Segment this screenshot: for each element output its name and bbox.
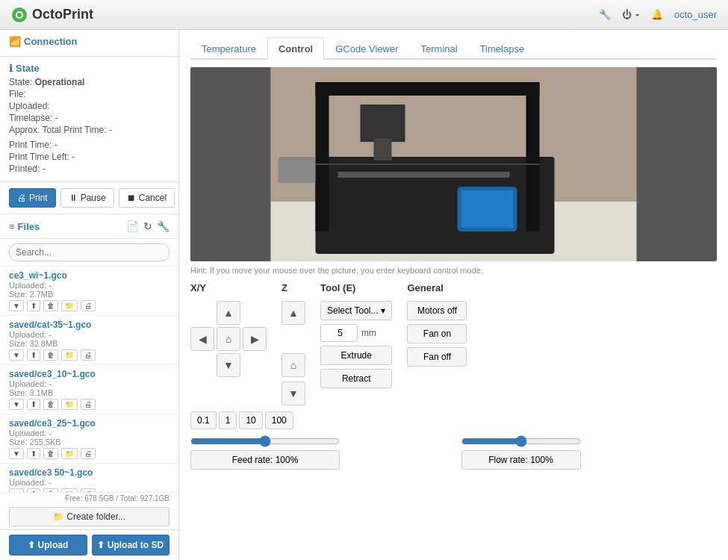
pause-icon: ⏸ — [69, 193, 78, 203]
power-icon[interactable]: ⏻ ▾ — [622, 9, 640, 20]
uploaded-label: Uploaded: — [9, 101, 50, 111]
general-section: Motors off Fan on Fan off — [407, 301, 467, 367]
refresh-icon[interactable]: ↻ — [143, 220, 152, 232]
user-menu[interactable]: octo_user — [674, 9, 717, 20]
file-select-btn[interactable]: ⬆ — [27, 349, 40, 361]
tool-group: Tool (E) Select Tool... ▾ mm Extrude Ret… — [320, 282, 392, 405]
extrude-button[interactable]: Extrude — [320, 346, 392, 365]
file-print-btn[interactable]: 🖨 — [81, 448, 96, 459]
file-download-btn[interactable]: ▼ — [9, 448, 24, 459]
y-plus-button[interactable]: ▲ — [217, 301, 240, 325]
new-file-icon[interactable]: 📄 — [126, 220, 139, 232]
file-select-btn[interactable]: ⬆ — [27, 399, 40, 410]
x-plus-button[interactable]: ▶ — [243, 327, 267, 351]
xy-home-button[interactable]: ⌂ — [217, 327, 240, 351]
fan-off-button[interactable]: Fan off — [407, 347, 467, 367]
file-item-name[interactable]: saved/ce3 50~1.gco — [9, 467, 169, 478]
tab-control[interactable]: Control — [267, 37, 324, 60]
file-delete-btn[interactable]: 🗑 — [43, 300, 58, 311]
tool-amount-input[interactable] — [320, 324, 358, 342]
x-minus-button[interactable]: ◀ — [190, 327, 214, 351]
info-icon: ℹ — [9, 63, 13, 74]
file-folder-btn[interactable]: 📁 — [61, 300, 78, 311]
file-folder-btn[interactable]: 📁 — [61, 448, 78, 459]
state-section: ℹ State State: Operational File: Uploade… — [0, 57, 178, 182]
z-control: ▲ ⌂ ▼ — [281, 301, 305, 405]
file-list: ce3_wi~1.gco Uploaded: - Size: 2.7MB ▼ ⬆… — [0, 267, 178, 492]
file-download-btn[interactable]: ▼ — [9, 399, 24, 410]
file-print-btn[interactable]: 🖨 — [81, 300, 96, 311]
file-folder-btn[interactable]: 📁 — [61, 349, 78, 361]
tab-terminal[interactable]: Terminal — [410, 37, 469, 60]
print-time-left-row: Print Time Left: - — [9, 152, 169, 162]
z-title: Z — [281, 282, 305, 293]
file-download-btn[interactable]: ▼ — [9, 349, 24, 361]
file-select-btn[interactable]: ⬆ — [27, 300, 40, 311]
feed-rate-button[interactable]: Feed rate: 100% — [190, 450, 340, 470]
y-minus-button[interactable]: ▼ — [217, 353, 240, 377]
svg-rect-13 — [361, 105, 405, 142]
file-item-size: Size: 32.8MB — [9, 339, 169, 348]
upload-sd-button[interactable]: ⬆ Upload to SD — [92, 535, 170, 556]
tab-timelapse[interactable]: Timelapse — [469, 37, 535, 60]
print-button[interactable]: 🖨 Print — [9, 188, 56, 208]
file-delete-btn[interactable]: 🗑 — [43, 349, 58, 361]
file-row: File: — [9, 89, 169, 99]
tool-select-row: Select Tool... ▾ — [320, 301, 392, 320]
file-folder-btn[interactable]: 📁 — [61, 399, 78, 410]
tool-unit: mm — [361, 328, 376, 338]
create-folder-button[interactable]: 📁 Create folder... — [9, 507, 169, 526]
tab-temperature[interactable]: Temperature — [190, 37, 267, 60]
increment-10-button[interactable]: 10 — [239, 411, 262, 429]
file-delete-btn[interactable]: 🗑 — [43, 448, 58, 459]
print-time-row: Print Time: - — [9, 140, 169, 150]
wrench-icon[interactable]: 🔧 — [599, 9, 611, 20]
upload-button[interactable]: ⬆ Upload — [9, 535, 87, 556]
retract-button[interactable]: Retract — [320, 369, 392, 388]
tab-gcode-viewer[interactable]: GCode Viewer — [324, 37, 409, 60]
file-item-actions: ▼ ⬆ 🗑 📁 🖨 — [9, 300, 169, 311]
svg-rect-9 — [526, 82, 540, 231]
file-print-btn[interactable]: 🖨 — [81, 349, 96, 361]
file-item-name[interactable]: saved/cat-35~1.gco — [9, 320, 169, 330]
feed-rate-slider[interactable] — [190, 435, 340, 447]
wrench-files-icon[interactable]: 🔧 — [157, 220, 169, 232]
z-home-button[interactable]: ⌂ — [281, 353, 305, 377]
pause-button[interactable]: ⏸ Pause — [60, 188, 114, 208]
print-time-section: Print Time: - Print Time Left: - Printed… — [9, 140, 169, 174]
increment-100-button[interactable]: 100 — [265, 411, 293, 429]
file-item-name[interactable]: saved/ce3_10~1.gco — [9, 369, 169, 379]
cancel-button[interactable]: ⏹ Cancel — [119, 188, 175, 208]
tool-amount-row: mm — [320, 324, 392, 342]
z-minus-button[interactable]: ▼ — [281, 382, 305, 405]
select-tool-button[interactable]: Select Tool... ▾ — [320, 301, 392, 320]
search-input[interactable] — [9, 243, 169, 261]
z-plus-button[interactable]: ▲ — [281, 301, 305, 325]
dropdown-arrow-icon: ▾ — [381, 305, 385, 316]
fan-on-button[interactable]: Fan on — [407, 324, 467, 343]
file-download-btn[interactable]: ▼ — [9, 300, 24, 311]
file-select-btn[interactable]: ⬆ — [27, 448, 40, 459]
camera-view[interactable] — [190, 67, 717, 261]
uploaded-row: Uploaded: — [9, 101, 169, 111]
motors-off-button[interactable]: Motors off — [407, 301, 467, 320]
svg-rect-16 — [279, 157, 316, 183]
flow-rate-button[interactable]: Flow rate: 100% — [461, 450, 581, 470]
file-item-size: Size: 255.5KB — [9, 438, 169, 447]
increment-0.1-button[interactable]: 0.1 — [190, 411, 217, 429]
increment-1-button[interactable]: 1 — [219, 411, 237, 429]
file-item-uploaded: Uploaded: - — [9, 429, 169, 438]
search-box — [0, 239, 178, 267]
tool-title: Tool (E) — [320, 282, 392, 293]
file-item-actions: ▼ ⬆ 🗑 📁 🖨 — [9, 399, 169, 410]
bell-icon[interactable]: 🔔 — [651, 9, 663, 20]
file-item-name[interactable]: ce3_wi~1.gco — [9, 270, 169, 281]
flow-rate-slider[interactable] — [461, 435, 581, 447]
file-item-name[interactable]: saved/ce3_25~1.gco — [9, 418, 169, 429]
file-item-size: Size: 3.1MB — [9, 388, 169, 397]
stop-icon: ⏹ — [127, 193, 136, 203]
file-item: saved/cat-35~1.gco Uploaded: - Size: 32.… — [0, 316, 178, 365]
free-space: Free: 678.5GB / Total: 927.1GB — [0, 492, 178, 504]
file-delete-btn[interactable]: 🗑 — [43, 399, 58, 410]
file-print-btn[interactable]: 🖨 — [81, 399, 96, 410]
